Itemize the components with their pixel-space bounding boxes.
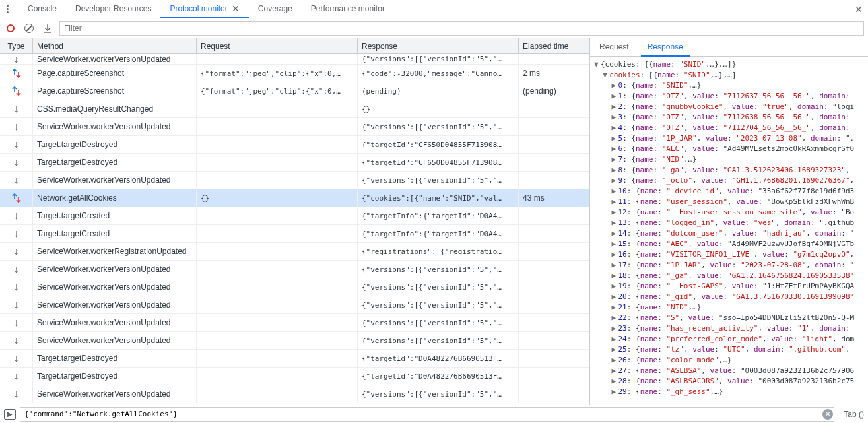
tree-node[interactable]: ▶22: {name: "S", value: "sso=Ipo54DDNDLz… (590, 313, 868, 323)
table-row[interactable]: Network.getAllCookies{}{"cookies":[{"nam… (0, 189, 589, 207)
table-row[interactable]: ↓ServiceWorker.workerVersionUpdated{"ver… (0, 261, 589, 278)
table-row[interactable]: ↓ServiceWorker.workerVersionUpdated{"ver… (0, 385, 589, 403)
tree-node[interactable]: ▶27: {name: "ASLBSA", value: "0003d087a9… (590, 366, 868, 376)
tree-node[interactable]: ▶11: {name: "user_session", value: "BowK… (590, 197, 868, 207)
table-row[interactable]: ↓Target.targetDestroyed{"targetId":"D0A4… (0, 368, 589, 385)
tab-protocol-monitor[interactable]: Protocol monitor✕ (160, 0, 248, 18)
cell-res: {"versions":[{"versionId":"5","… (358, 296, 519, 313)
tree-node[interactable]: ▼cookies: [{name: "SNID",…},…] (590, 70, 868, 81)
tree-node[interactable]: ▶6: {name: "AEC", value: "Ad49MVEsets2mo… (590, 144, 868, 154)
clear-command-icon[interactable]: ✕ (822, 409, 833, 420)
detail-tab-response[interactable]: Response (641, 38, 690, 57)
tree-node[interactable]: ▶26: {name: "color_mode",…} (590, 355, 868, 366)
tree-node[interactable]: ▶25: {name: "tz", value: "UTC", domain: … (590, 344, 868, 355)
tree-node[interactable]: ▶20: {name: "_gid", value: "GA1.3.751670… (590, 292, 868, 302)
cell-method: Target.targetDestroyed (33, 154, 197, 171)
detail-tab-request[interactable]: Request (593, 38, 636, 57)
response-tree[interactable]: ▼{cookies: [{name: "SNID",…},…]} ▼cookie… (590, 57, 868, 405)
table-row[interactable]: ↓ServiceWorker.workerVersionUpdated{"ver… (0, 332, 589, 350)
cell-res: {"targetInfo":{"targetId":"D0A4… (358, 225, 519, 242)
col-elapsed-header[interactable]: Elapsed time (519, 38, 589, 53)
table-row[interactable]: ↓Target.targetDestroyed{"targetId":"CF65… (0, 136, 589, 154)
cell-res: {"versions":[{"versionId":"5","… (358, 54, 519, 64)
command-input[interactable] (20, 407, 834, 422)
tree-node[interactable]: ▶23: {name: "has_recent_activity", value… (590, 323, 868, 334)
table-row[interactable]: ↓ServiceWorker.workerVersionUpdated{"ver… (0, 54, 589, 65)
col-request-header[interactable]: Request (197, 38, 358, 53)
arrow-down-icon: ↓ (0, 332, 33, 349)
tree-node[interactable]: ▶17: {name: "1P_JAR", value: "2023-07-28… (590, 260, 868, 271)
table-row[interactable]: Page.captureScreenshot{"format":"jpeg","… (0, 65, 589, 82)
filter-input[interactable] (59, 21, 864, 36)
table-row[interactable]: ↓Target.targetDestroyed{"targetId":"D0A4… (0, 350, 589, 368)
cell-res: {"code":-32000,"message":"Canno… (358, 65, 519, 82)
table-row[interactable]: ↓CSS.mediaQueryResultChanged{} (0, 100, 589, 118)
tree-node[interactable]: ▶5: {name: "1P_JAR", value: "2023-07-13-… (590, 133, 868, 144)
cell-method: Page.captureScreenshot (33, 82, 197, 100)
tab-developer-resources[interactable]: Developer Resources (66, 0, 160, 18)
tree-node[interactable]: ▶19: {name: "__Host-GAPS", value: "1:HtZ… (590, 281, 868, 292)
tree-node[interactable]: ▶3: {name: "OTZ", value: "7112638_56_56_… (590, 112, 868, 123)
cell-req (197, 314, 358, 331)
cell-res: {"targetId":"D0A482276B6690513F… (358, 368, 519, 385)
tree-node[interactable]: ▶9: {name: "_octo", value: "GH1.1.768682… (590, 176, 868, 186)
cell-method: Target.targetDestroyed (33, 350, 197, 367)
table-row[interactable]: ↓Target.targetCreated{"targetInfo":{"tar… (0, 207, 589, 225)
tree-node[interactable]: ▶10: {name: "_device_id", value: "35a6f6… (590, 186, 868, 197)
col-method-header[interactable]: Method (33, 38, 197, 53)
tab-console[interactable]: Console (18, 0, 66, 18)
col-type-header[interactable]: Type (0, 38, 33, 53)
tree-node[interactable]: ▶29: {name: "_gh_sess",…} (590, 387, 868, 397)
tree-node[interactable]: ▶8: {name: "_ga", value: "GA1.3.51262340… (590, 165, 868, 176)
tree-node[interactable]: ▶0: {name: "SNID",…} (590, 81, 868, 91)
cell-req: {"format":"jpeg","clip":{"x":0,… (197, 65, 358, 82)
cell-elapsed (519, 332, 589, 349)
table-row[interactable]: ↓ServiceWorker.workerVersionUpdated{"ver… (0, 118, 589, 136)
cell-elapsed (519, 350, 589, 367)
table-row[interactable]: ↓ServiceWorker.workerRegistrationUpdated… (0, 243, 589, 261)
cell-res: {"versions":[{"versionId":"5","… (358, 314, 519, 331)
table-row[interactable]: ↓ServiceWorker.workerVersionUpdated{"ver… (0, 314, 589, 332)
cell-req (197, 350, 358, 367)
cell-elapsed (519, 368, 589, 385)
tree-node[interactable]: ▶28: {name: "ASLBSACORS", value: "0003d0… (590, 376, 868, 387)
col-response-header[interactable]: Response (358, 38, 519, 53)
table-row[interactable]: ↓Target.targetDestroyed{"targetId":"CF65… (0, 154, 589, 172)
cell-elapsed (519, 172, 589, 189)
tree-node[interactable]: ▶21: {name: "NID",…} (590, 302, 868, 313)
command-prompt-icon[interactable]: ▶ (4, 409, 16, 420)
cell-req (197, 172, 358, 189)
clear-button[interactable] (22, 22, 36, 35)
tree-node[interactable]: ▼{cookies: [{name: "SNID",…},…]} (590, 59, 868, 70)
tree-node[interactable]: ▶16: {name: "VISITOR_INFO1_LIVE", value:… (590, 249, 868, 260)
record-button[interactable] (4, 22, 17, 35)
tree-node[interactable]: ▶13: {name: "logged_in", value: "yes", d… (590, 218, 868, 228)
tree-node[interactable]: ▶15: {name: "AEC", value: "Ad49MVF2uzwyU… (590, 239, 868, 249)
table-row[interactable]: ↓ServiceWorker.workerVersionUpdated{"ver… (0, 172, 589, 189)
tree-node[interactable]: ▶24: {name: "preferred_color_mode", valu… (590, 334, 868, 344)
tree-node[interactable]: ▶18: {name: "_ga", value: "GA1.2.1646756… (590, 271, 868, 281)
save-button[interactable] (41, 22, 54, 35)
cell-res: {"versions":[{"versionId":"5","… (358, 118, 519, 135)
panel-close-icon[interactable]: ✕ (852, 3, 865, 16)
tree-node[interactable]: ▶4: {name: "OTZ", value: "7112704_56_56_… (590, 123, 868, 133)
kebab-menu-icon[interactable] (3, 3, 12, 16)
arrow-both-icon (0, 82, 33, 100)
tree-node[interactable]: ▶2: {name: "gnubbyCookie", value: "true"… (590, 102, 868, 112)
tree-node[interactable]: ▶1: {name: "OTZ", value: "7112637_56_56_… (590, 91, 868, 102)
table-row[interactable]: ↓Target.targetCreated{"targetInfo":{"tar… (0, 225, 589, 243)
cell-res: (pending) (358, 82, 519, 100)
tab-label: Coverage (258, 4, 292, 13)
table-row[interactable]: Page.captureScreenshot{"format":"jpeg","… (0, 82, 589, 100)
cell-elapsed: (pending) (519, 82, 589, 100)
messages-table: Type Method Request Response Elapsed tim… (0, 38, 590, 405)
table-row[interactable]: ↓ServiceWorker.workerVersionUpdated{"ver… (0, 296, 589, 314)
tab-close-icon[interactable]: ✕ (232, 4, 240, 13)
tab-performance-monitor[interactable]: Performance monitor (302, 0, 394, 18)
tree-node[interactable]: ▶7: {name: "NID",…} (590, 154, 868, 165)
tab-coverage[interactable]: Coverage (249, 0, 302, 18)
tree-node[interactable]: ▶12: {name: "__Host-user_session_same_si… (590, 207, 868, 218)
table-row[interactable]: ↓ServiceWorker.workerVersionUpdated{"ver… (0, 278, 589, 296)
cell-elapsed (519, 296, 589, 313)
tree-node[interactable]: ▶14: {name: "dotcom_user", value: "hadri… (590, 228, 868, 239)
